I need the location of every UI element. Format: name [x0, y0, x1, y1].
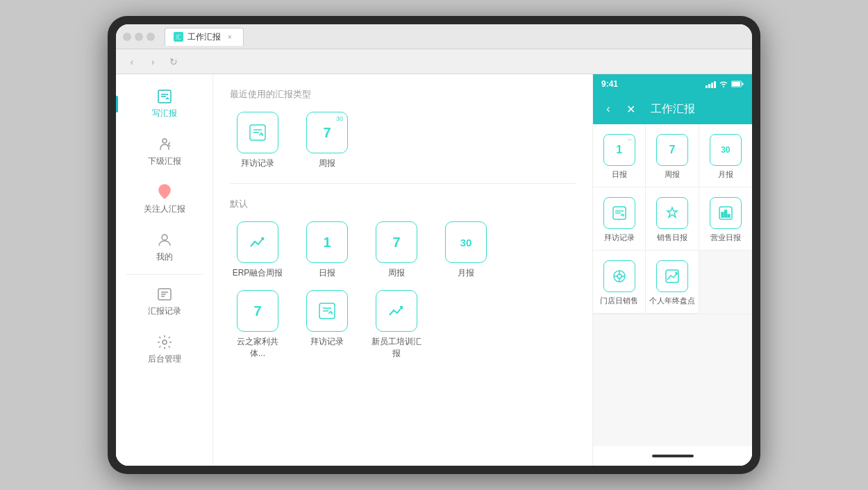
mine-icon [156, 232, 173, 248]
sidebar-item-followed[interactable]: 关注人汇报 [116, 176, 212, 223]
minimize-button[interactable] [123, 33, 131, 41]
forward-button[interactable]: › [145, 54, 160, 69]
mobile-item-sales[interactable]: 销售日报 [646, 187, 699, 251]
report-item-visit-record[interactable]: 拜访记录 [230, 112, 285, 169]
mobile-item-monthly[interactable]: 30 月报 [699, 124, 752, 187]
back-button[interactable]: ‹ [124, 54, 140, 69]
svg-rect-24 [724, 210, 726, 217]
sidebar-label-sub-report: 下级汇报 [148, 155, 181, 167]
report-item-daily[interactable]: 1 日报 [299, 221, 355, 279]
main-panel: 最近使用的汇报类型 [213, 74, 592, 466]
report-item-new-emp[interactable]: 新员工培训汇报 [369, 290, 424, 360]
svg-point-3 [162, 139, 167, 143]
report-item-erp[interactable]: ERP融合周报 [230, 221, 285, 279]
mobile-item-weekly[interactable]: 7 周报 [646, 124, 699, 187]
new-emp-icon [376, 290, 417, 332]
mobile-item-store[interactable]: 门店日销售 [593, 251, 646, 314]
mobile-store-label: 门店日销售 [600, 296, 638, 306]
sub-report-icon [156, 136, 173, 153]
battery-icon [731, 81, 744, 87]
mobile-item-business[interactable]: 营业日报 [699, 187, 752, 251]
default-section-title: 默认 [230, 198, 576, 210]
report-label-visit2: 拜访记录 [310, 336, 344, 348]
wifi-icon [719, 80, 728, 88]
default-report-grid-2: 7 云之家利共体... [230, 290, 576, 360]
tab-label: 工作汇报 [187, 31, 221, 43]
sidebar-label-followed: 关注人汇报 [144, 203, 185, 215]
report-label-erp: ERP融合周报 [233, 267, 283, 279]
weekly-icon: 7 30 [306, 112, 348, 153]
report-item-weekly[interactable]: 7 30 周报 [299, 112, 355, 169]
sidebar-item-backend[interactable]: 后台管理 [116, 326, 212, 373]
sidebar-label-backend: 后台管理 [148, 353, 181, 365]
mobile-statusbar: 9:41 [593, 74, 752, 94]
desktop-app: 写汇报 下级汇报 [116, 74, 592, 466]
recent-report-grid: 拜访记录 7 30 周报 [230, 112, 576, 169]
statusbar-icons [706, 80, 744, 88]
monthly-icon: 30 [445, 221, 487, 263]
weekly-corner: 30 [336, 115, 343, 122]
mobile-back-button[interactable]: ‹ [600, 101, 617, 117]
browser-navbar: ‹ › ↻ [116, 49, 752, 74]
svg-rect-25 [728, 214, 730, 217]
weekly-num: 7 [323, 125, 331, 141]
cloud-icon: 7 [237, 290, 278, 332]
report-label-weekly: 周报 [319, 158, 335, 169]
browser-tab[interactable]: 汇 工作汇报 × [165, 28, 244, 46]
mobile-content: 1 ─ 日报 7 周报 [593, 124, 752, 446]
bar3 [711, 83, 713, 88]
browser-window: 汇 工作汇报 × ‹ › ↻ [116, 24, 752, 466]
mobile-item-yearend[interactable]: 个人年终盘点 [646, 251, 699, 314]
mobile-titlebar: ‹ ✕ 工作汇报 [593, 94, 752, 124]
sidebar-item-history[interactable]: 汇报记录 [116, 278, 212, 326]
browser-titlebar: 汇 工作汇报 × [116, 24, 752, 49]
visit-record-icon [237, 112, 278, 153]
mobile-grid: 1 ─ 日报 7 周报 [593, 124, 752, 314]
close-button[interactable] [147, 33, 155, 41]
mobile-visit-label: 拜访记录 [604, 233, 635, 243]
sidebar-label-mine: 我的 [156, 251, 173, 263]
mobile-panel: 9:41 [592, 74, 752, 466]
mobile-store-icon [603, 260, 635, 292]
home-bar [652, 455, 694, 457]
report-label-weekly2: 周报 [388, 267, 405, 279]
followed-icon [156, 184, 173, 201]
report-label-cloud: 云之家利共体... [230, 336, 285, 360]
mobile-weekly-icon: 7 [656, 134, 688, 166]
report-item-monthly[interactable]: 30 月报 [438, 221, 494, 279]
sidebar-item-sub-report[interactable]: 下级汇报 [116, 128, 212, 176]
mobile-title: 工作汇报 [651, 102, 695, 117]
sidebar-label-history: 汇报记录 [148, 305, 181, 317]
mobile-monthly-icon: 30 [710, 134, 742, 166]
svg-rect-23 [721, 212, 724, 217]
sidebar-item-mine[interactable]: 我的 [116, 223, 212, 271]
monthly-num: 30 [460, 237, 472, 248]
report-item-cloud[interactable]: 7 云之家利共体... [230, 290, 285, 360]
report-item-visit2[interactable]: 拜访记录 [299, 290, 355, 360]
maximize-button[interactable] [135, 33, 143, 41]
daily-num: 1 [323, 235, 331, 251]
mobile-close-button[interactable]: ✕ [622, 101, 639, 117]
recent-section-title: 最近使用的汇报类型 [230, 88, 576, 101]
svg-rect-17 [732, 82, 740, 86]
window-controls [123, 33, 155, 41]
bar2 [708, 84, 710, 88]
mobile-daily-icon: 1 ─ [603, 134, 635, 166]
svg-point-9 [162, 340, 167, 344]
report-label-monthly: 月报 [458, 267, 474, 279]
mobile-item-visit[interactable]: 拜访记录 [593, 187, 646, 251]
history-icon [156, 286, 173, 303]
tablet-shell: 汇 工作汇报 × ‹ › ↻ [108, 16, 760, 474]
mobile-item-daily[interactable]: 1 ─ 日报 [593, 124, 646, 187]
cloud-num: 7 [253, 303, 261, 319]
write-report-icon [156, 88, 173, 105]
reload-button[interactable]: ↻ [166, 54, 181, 69]
report-item-weekly2[interactable]: 7 周报 [369, 221, 424, 279]
mobile-daily-label: 日报 [612, 169, 627, 180]
mobile-visit-icon [603, 197, 635, 229]
tab-close-button[interactable]: × [225, 32, 235, 42]
svg-rect-18 [742, 83, 744, 85]
sidebar-item-write-report[interactable]: 写汇报 [116, 80, 212, 128]
mobile-weekly-label: 周报 [665, 169, 680, 180]
daily-icon: 1 [306, 221, 348, 263]
